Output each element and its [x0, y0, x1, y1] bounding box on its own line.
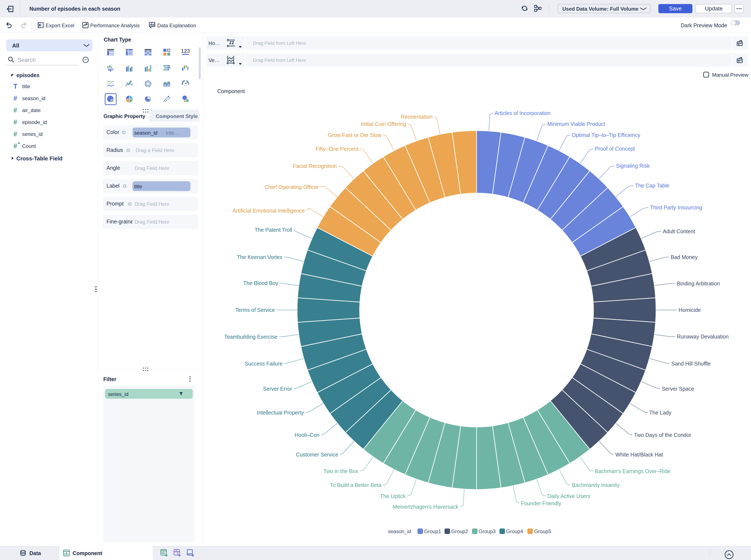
svg-text:Runaway Devaluation: Runaway Devaluation — [677, 334, 729, 340]
svg-text:season_id: season_id — [388, 528, 411, 534]
svg-text:Customer Service: Customer Service — [296, 452, 338, 458]
svg-text:Chief Operating Officer: Chief Operating Officer — [265, 184, 319, 190]
svg-text:Two Days of the Condor: Two Days of the Condor — [634, 432, 691, 438]
svg-text:Group5: Group5 — [534, 528, 551, 534]
svg-text:Adult Content: Adult Content — [663, 228, 695, 234]
svg-text:Fifty–One Percent: Fifty–One Percent — [316, 146, 359, 152]
svg-text:Daily Active Users: Daily Active Users — [547, 493, 590, 499]
svg-text:The Cap Table: The Cap Table — [635, 183, 669, 188]
svg-text:To Build a Better Beta: To Build a Better Beta — [330, 482, 382, 488]
svg-text:Proof of Concept: Proof of Concept — [595, 146, 635, 152]
svg-text:Group4: Group4 — [506, 528, 523, 534]
svg-text:The Patent Troll: The Patent Troll — [255, 227, 292, 233]
svg-text:Minimum Viable Product: Minimum Viable Product — [547, 121, 605, 127]
svg-text:Third Party Insourcing: Third Party Insourcing — [650, 204, 702, 211]
svg-text:Bachman's Earnings Over–Ride: Bachman's Earnings Over–Ride — [595, 468, 670, 474]
svg-text:Founder Friendly: Founder Friendly — [521, 500, 561, 506]
svg-text:Homicide: Homicide — [678, 307, 701, 313]
svg-text:Teambuilding Exercise: Teambuilding Exercise — [224, 334, 278, 340]
svg-text:Articles of Incorporation: Articles of Incorporation — [494, 110, 551, 116]
svg-text:The Blood Boy: The Blood Boy — [243, 280, 278, 286]
svg-text:Hooli–Con: Hooli–Con — [295, 432, 320, 438]
svg-text:The Uptick: The Uptick — [380, 493, 406, 499]
svg-text:Terms of Service: Terms of Service — [235, 307, 275, 313]
svg-text:Meinertzhagen's Haversack: Meinertzhagen's Haversack — [393, 504, 458, 510]
svg-text:Signaling Risk: Signaling Risk — [616, 163, 650, 169]
svg-text:Grow Fast or Die Slow: Grow Fast or Die Slow — [328, 132, 382, 138]
svg-text:Group1: Group1 — [424, 528, 441, 534]
svg-text:The Lady: The Lady — [649, 409, 672, 416]
svg-text:Artificial Emotional Intellige: Artificial Emotional Intelligence — [232, 208, 305, 214]
svg-text:Bad Money: Bad Money — [671, 254, 698, 260]
svg-text:Server Error: Server Error — [263, 386, 292, 392]
svg-text:Success Failure: Success Failure — [245, 361, 283, 366]
svg-text:Group3: Group3 — [479, 528, 495, 534]
svg-text:Group2: Group2 — [451, 528, 468, 534]
svg-text:The Keenan Vortex: The Keenan Vortex — [237, 254, 283, 260]
svg-text:Server Space: Server Space — [662, 386, 694, 392]
svg-text:Sand Hill Shuffle: Sand Hill Shuffle — [671, 361, 711, 366]
svg-text:Two in the Box: Two in the Box — [323, 468, 358, 474]
svg-text:Optimal Tip–to–Tip Efficiency: Optimal Tip–to–Tip Efficiency — [572, 132, 641, 138]
svg-text:Intellectual Property: Intellectual Property — [257, 409, 304, 416]
svg-text:Binding Arbitration: Binding Arbitration — [677, 281, 720, 286]
svg-text:Facial Recognition: Facial Recognition — [293, 163, 337, 169]
svg-text:Reorientation: Reorientation — [401, 114, 432, 120]
svg-text:Initial Coin Offering: Initial Coin Offering — [361, 121, 406, 127]
svg-text:Bachmanity Insanity: Bachmanity Insanity — [572, 482, 620, 488]
svg-text:White Hat/Black Hat: White Hat/Black Hat — [615, 452, 663, 458]
